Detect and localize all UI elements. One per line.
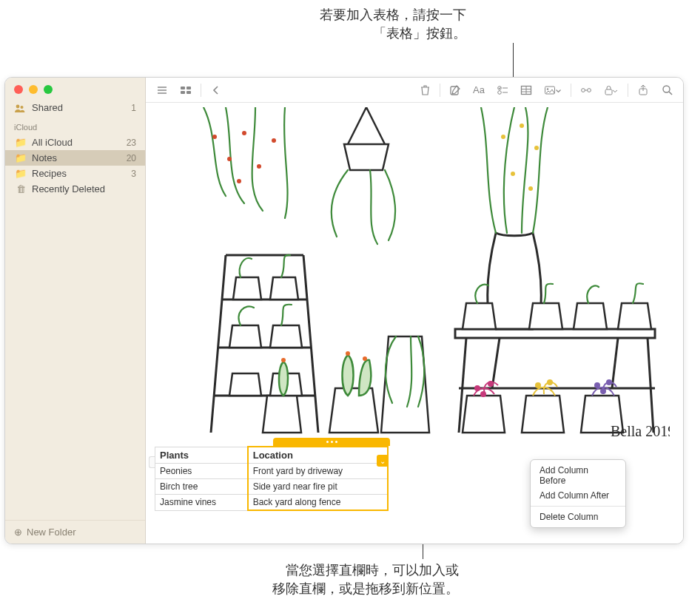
svg-point-57 (480, 391, 486, 397)
svg-line-28 (303, 255, 318, 433)
list-view-button[interactable] (152, 81, 172, 99)
callout-line (513, 43, 514, 77)
close-icon[interactable] (14, 85, 23, 94)
sidebar-item-count: 3 (131, 169, 136, 179)
svg-point-21 (588, 88, 591, 92)
svg-point-62 (600, 388, 606, 394)
share-button[interactable] (633, 81, 653, 99)
menu-item-delete-column[interactable]: Delete Column (531, 510, 625, 524)
svg-point-53 (363, 356, 367, 361)
svg-point-47 (501, 135, 505, 139)
sidebar-item-shared[interactable]: Shared 1 (5, 100, 145, 115)
sidebar-item-count: 1 (131, 103, 136, 113)
svg-line-35 (492, 338, 500, 388)
folder-icon: 📁 (14, 137, 27, 148)
svg-point-51 (528, 186, 533, 191)
callout-top: 若要加入表格，請按一下「表格」按鈕。 (252, 6, 466, 43)
table-cell[interactable]: Peonies (155, 464, 248, 479)
svg-point-45 (272, 138, 276, 143)
link-button[interactable] (576, 81, 596, 99)
minimize-icon[interactable] (29, 85, 38, 94)
table-row: Plants Location (155, 447, 389, 464)
svg-point-59 (547, 379, 553, 385)
sidebar-item-all-icloud[interactable]: 📁 All iCloud 23 (5, 135, 145, 150)
folder-icon: 📁 (14, 152, 27, 163)
media-button[interactable] (540, 81, 566, 99)
table-button[interactable] (516, 81, 537, 99)
table-row: Jasmine vines Back yard along fence (155, 495, 389, 511)
svg-point-43 (242, 131, 246, 135)
callout-bottom: 當您選擇直欄時，可以加入或移除直欄，或是拖移到新位置。 (111, 561, 459, 598)
table-cell[interactable]: Back yard along fence (248, 495, 388, 511)
svg-point-61 (606, 379, 612, 385)
sidebar-item-label: Recently Deleted (32, 183, 136, 194)
checklist-button[interactable] (492, 81, 513, 99)
svg-rect-8 (186, 91, 191, 94)
back-button[interactable] (206, 81, 226, 99)
search-button[interactable] (656, 81, 677, 99)
svg-point-1 (21, 106, 24, 109)
table-cell[interactable]: Side yard near fire pit (248, 479, 388, 495)
column-context-menu: Add Column Before Add Column After Delet… (530, 459, 626, 528)
table-header-cell[interactable]: Location (248, 447, 388, 464)
window-controls (5, 78, 145, 100)
sidebar-item-recently-deleted[interactable]: 🗑 Recently Deleted (5, 181, 145, 197)
zoom-icon[interactable] (44, 85, 53, 94)
sidebar-item-notes[interactable]: 📁 Notes 20 (5, 150, 145, 166)
svg-point-54 (281, 358, 286, 362)
svg-rect-33 (455, 329, 655, 338)
plants-drawing: Bella 2019 (159, 107, 670, 440)
svg-point-19 (547, 88, 548, 89)
format-button[interactable]: Aa (468, 81, 489, 99)
table-header-cell[interactable]: Plants (155, 447, 248, 464)
table-row: Birch tree Side yard near fire pit (155, 479, 389, 495)
svg-point-25 (663, 86, 670, 92)
folder-icon: 📁 (14, 168, 27, 179)
svg-point-12 (498, 90, 502, 94)
svg-line-26 (669, 92, 672, 95)
new-note-button[interactable] (445, 81, 466, 99)
gallery-view-button[interactable] (175, 81, 196, 99)
sidebar: Shared 1 iCloud 📁 All iCloud 23 📁 Notes … (5, 78, 146, 544)
note-table-wrap: ⌄ Plants Location Peonies Front yard by … (155, 446, 532, 511)
svg-point-44 (257, 164, 261, 169)
svg-rect-6 (186, 87, 191, 89)
svg-point-48 (520, 123, 524, 128)
svg-line-39 (348, 107, 366, 144)
svg-rect-23 (605, 89, 612, 95)
svg-point-42 (227, 157, 232, 161)
sidebar-item-count: 20 (127, 153, 136, 163)
column-handle[interactable] (273, 438, 390, 446)
svg-point-49 (534, 146, 539, 150)
table-cell[interactable]: Front yard by driveway (248, 464, 388, 479)
lock-button[interactable] (599, 81, 623, 99)
sidebar-item-label: Shared (32, 102, 131, 113)
menu-separator (531, 506, 625, 507)
sidebar-section-header: iCloud (5, 115, 145, 135)
column-menu-chevron-icon[interactable]: ⌄ (377, 455, 389, 467)
table-cell[interactable]: Birch tree (155, 479, 248, 495)
svg-point-50 (511, 172, 515, 176)
row-handle[interactable] (149, 456, 155, 468)
svg-point-0 (16, 104, 20, 108)
note-table[interactable]: Plants Location Peonies Front yard by dr… (155, 446, 389, 511)
svg-line-36 (612, 338, 618, 388)
table-cell[interactable]: Jasmine vines (155, 495, 248, 511)
trash-icon: 🗑 (14, 183, 27, 194)
sidebar-item-count: 23 (127, 138, 136, 148)
svg-point-46 (237, 179, 241, 183)
svg-line-37 (648, 338, 653, 433)
svg-point-52 (346, 351, 350, 356)
delete-button[interactable] (414, 81, 435, 99)
new-folder-button[interactable]: ⊕ New Folder (5, 520, 145, 544)
table-row: Peonies Front yard by driveway (155, 464, 389, 479)
svg-line-27 (211, 255, 226, 433)
new-folder-label: New Folder (27, 527, 75, 538)
menu-item-add-column-after[interactable]: Add Column After (531, 488, 625, 503)
sidebar-item-label: Notes (32, 152, 127, 163)
menu-item-add-column-before[interactable]: Add Column Before (531, 463, 625, 488)
svg-line-40 (366, 107, 385, 144)
sidebar-item-recipes[interactable]: 📁 Recipes 3 (5, 166, 145, 181)
svg-rect-7 (181, 91, 185, 94)
plus-circle-icon: ⊕ (14, 527, 22, 538)
